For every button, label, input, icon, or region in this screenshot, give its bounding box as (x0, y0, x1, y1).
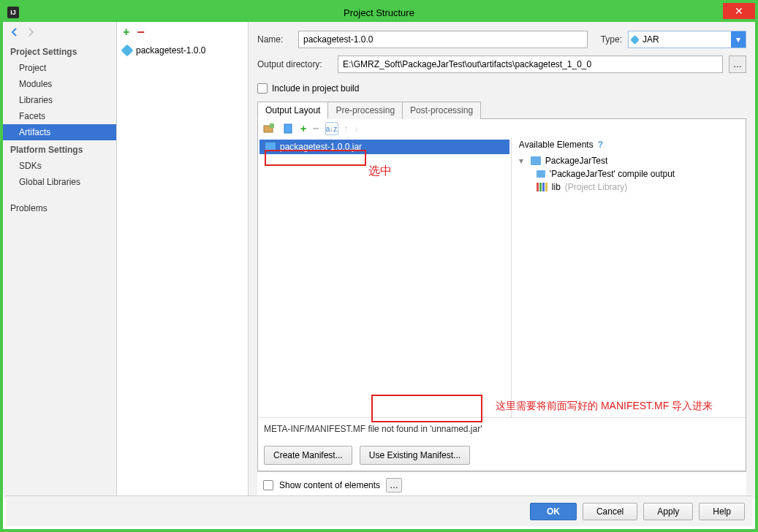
archive-icon[interactable] (281, 122, 295, 135)
sidebar-item-modules[interactable]: Modules (3, 76, 116, 92)
sidebar-item-facets[interactable]: Facets (3, 108, 116, 124)
svg-rect-1 (270, 123, 274, 128)
available-elements-title: Available Elements (519, 140, 594, 150)
remove-artifact-button[interactable]: − (137, 25, 145, 40)
module-folder-icon (531, 156, 541, 165)
sidebar-item-libraries[interactable]: Libraries (3, 92, 116, 108)
cancel-button[interactable]: Cancel (583, 503, 637, 520)
tree-compile-output[interactable]: 'PackageJarTest' compile output (516, 167, 741, 180)
output-layout-area: + − a↓z ↑ ↓ packagetest-1.0.0.jar Availa… (257, 119, 746, 471)
apply-button[interactable]: Apply (643, 503, 693, 520)
ok-button[interactable]: OK (530, 503, 577, 520)
close-button[interactable]: ✕ (723, 3, 755, 19)
window-title: Project Structure (344, 7, 414, 18)
sidebar-item-problems[interactable]: Problems (3, 200, 116, 216)
jar-icon (265, 142, 276, 151)
compile-output-label: 'PackageJarTest' compile output (550, 169, 675, 179)
titlebar: IJ Project Structure ✕ (3, 3, 755, 22)
add-artifact-button[interactable]: + (123, 26, 129, 39)
name-input[interactable] (298, 31, 588, 48)
remove-layout-button[interactable]: − (312, 122, 319, 135)
help-button[interactable]: Help (699, 503, 745, 520)
tab-post-processing[interactable]: Post-processing (402, 102, 481, 119)
jar-type-icon (630, 35, 640, 45)
sidebar-section-project: Project Settings (3, 42, 116, 60)
name-label: Name: (257, 34, 292, 45)
main-panel: Name: Type: JAR ▾ Output directory: … In… (249, 22, 755, 498)
artifact-icon (121, 45, 134, 57)
forward-arrow-icon[interactable] (25, 26, 37, 38)
jar-row[interactable]: packagetest-1.0.0.jar (259, 140, 509, 154)
include-build-checkbox[interactable] (257, 83, 268, 94)
use-existing-manifest-button[interactable]: Use Existing Manifest... (360, 446, 470, 465)
sidebar-section-platform: Platform Settings (3, 140, 116, 158)
tab-output-layout[interactable]: Output Layout (257, 102, 328, 119)
lib-label: lib (552, 182, 561, 192)
create-manifest-button[interactable]: Create Manifest... (264, 446, 352, 465)
browse-outdir-button[interactable]: … (729, 56, 746, 73)
tree-lib[interactable]: lib (Project Library) (516, 180, 741, 194)
artifact-list-item[interactable]: packagetest-1.0.0 (117, 42, 248, 58)
new-folder-icon[interactable] (262, 122, 276, 135)
include-build-label: Include in project build (272, 83, 359, 94)
svg-rect-2 (284, 124, 292, 133)
type-value: JAR (643, 34, 659, 45)
annotation-import-note: 这里需要将前面写好的 MANIFEST.MF 导入进来 (496, 400, 713, 413)
show-content-label: Show content of elements (279, 480, 380, 490)
dialog-footer: OK Cancel Apply Help (6, 495, 752, 526)
type-label: Type: (601, 34, 622, 45)
available-elements: Available Elements ? ▾ PackageJarTest 'P… (512, 138, 746, 417)
annotation-selected: 选中 (368, 164, 392, 179)
chevron-down-icon: ▾ (731, 31, 746, 48)
layout-tree[interactable]: packagetest-1.0.0.jar (258, 138, 512, 417)
add-layout-button[interactable]: + (300, 123, 306, 134)
outdir-label: Output directory: (257, 59, 332, 69)
app-icon: IJ (7, 7, 19, 18)
manifest-status: META-INF/MANIFEST.MF file not found in '… (258, 417, 746, 440)
show-content-checkbox[interactable] (263, 480, 273, 490)
tree-root-label: PackageJarTest (545, 156, 607, 166)
help-icon[interactable]: ? (598, 140, 603, 150)
tab-pre-processing[interactable]: Pre-processing (327, 102, 403, 119)
sort-button[interactable]: a↓z (325, 122, 338, 135)
artifact-list-panel: + − packagetest-1.0.0 (117, 22, 249, 498)
sidebar: Project Settings Project Modules Librari… (3, 22, 117, 498)
expand-arrow-icon: ▾ (519, 156, 526, 166)
sidebar-item-sdks[interactable]: SDKs (3, 158, 116, 174)
jar-label: packagetest-1.0.0.jar (280, 142, 362, 152)
artifact-label: packagetest-1.0.0 (136, 45, 205, 56)
type-select[interactable]: JAR ▾ (628, 31, 746, 48)
down-arrow-icon[interactable]: ↓ (355, 123, 359, 134)
outdir-input[interactable] (338, 56, 723, 73)
tree-root[interactable]: ▾ PackageJarTest (516, 154, 741, 167)
sidebar-item-artifacts[interactable]: Artifacts (3, 124, 116, 140)
sidebar-item-global-libraries[interactable]: Global Libraries (3, 174, 116, 190)
back-arrow-icon[interactable] (9, 26, 20, 38)
lib-note: (Project Library) (565, 182, 627, 192)
library-icon (537, 183, 547, 191)
up-arrow-icon[interactable]: ↑ (344, 123, 349, 134)
show-content-more-button[interactable]: … (386, 478, 402, 493)
sidebar-item-project[interactable]: Project (3, 60, 116, 76)
folder-icon (537, 170, 545, 178)
tabbar: Output Layout Pre-processing Post-proces… (257, 101, 746, 119)
